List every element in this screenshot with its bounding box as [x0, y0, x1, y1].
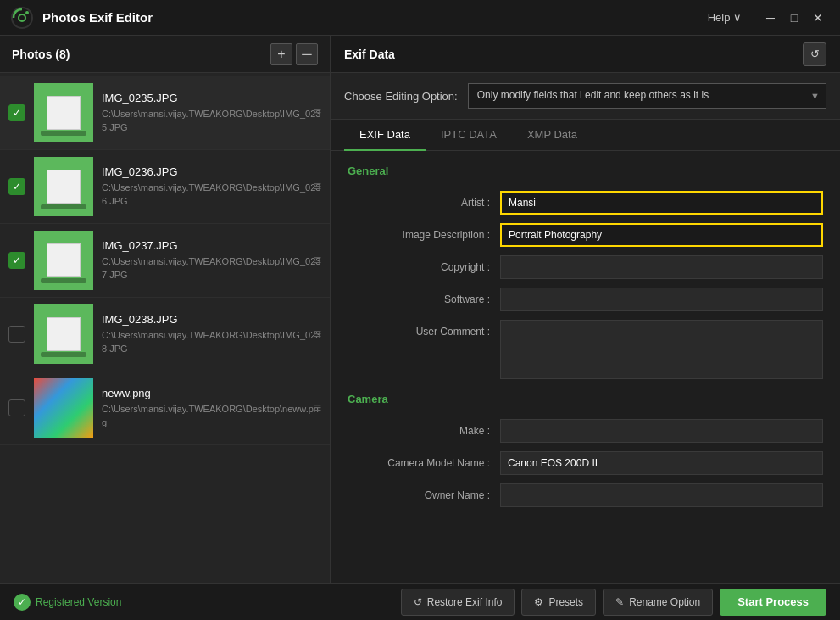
photo-thumbnail — [34, 83, 93, 142]
field-input[interactable] — [500, 320, 823, 379]
maximize-button[interactable]: □ — [782, 6, 806, 30]
field-row: Artist : — [348, 191, 823, 215]
exif-title: Exif Data — [344, 47, 803, 61]
photo-path: C:\Users\mansi.vijay.TWEAKORG\Desktop\IM… — [102, 329, 321, 355]
photo-menu-icon[interactable]: ≡ — [314, 253, 321, 268]
photo-thumbnail — [34, 157, 93, 216]
photos-header: Photos (8) + ─ — [0, 36, 330, 73]
field-row: User Comment : — [348, 320, 823, 379]
photo-thumbnail — [34, 231, 93, 290]
field-row: Software : — [348, 288, 823, 311]
photo-info: neww.png C:\Users\mansi.vijay.TWEAKORG\D… — [102, 387, 321, 429]
field-input[interactable] — [500, 191, 823, 215]
left-panel: Photos (8) + ─ ✓ IMG_0235.JPG C:\Users\m… — [0, 36, 331, 583]
tab-exif-data[interactable]: EXIF Data — [344, 120, 426, 151]
minimize-button[interactable]: ─ — [759, 6, 782, 30]
camera-field-input[interactable] — [500, 483, 823, 507]
start-process-button[interactable]: Start Process — [720, 589, 826, 616]
tabs-bar: EXIF DataIPTC DATAXMP Data — [331, 120, 840, 151]
registered-badge: ✓ Registered Version — [14, 594, 394, 611]
field-input[interactable] — [500, 288, 823, 311]
editing-option-select[interactable]: Only modify fields that i edit and keep … — [468, 83, 826, 109]
photo-checkbox[interactable] — [8, 399, 25, 416]
field-input[interactable] — [500, 255, 823, 279]
photos-list: ✓ IMG_0235.JPG C:\Users\mansi.vijay.TWEA… — [0, 73, 330, 583]
camera-field-row: Camera Model Name : — [348, 451, 823, 475]
photo-name: IMG_0237.JPG — [102, 239, 321, 252]
camera-field-row: Make : — [348, 419, 823, 443]
restore-exif-button[interactable]: ↺ Restore Exif Info — [401, 589, 515, 616]
rename-icon: ✎ — [615, 596, 624, 608]
photo-menu-icon[interactable]: ≡ — [314, 179, 321, 194]
start-process-label: Start Process — [737, 595, 809, 608]
camera-section-title: Camera — [348, 393, 823, 405]
right-panel: Exif Data ↺ Choose Editing Option: Only … — [331, 36, 840, 583]
presets-label: Presets — [548, 596, 583, 608]
close-button[interactable]: ✕ — [806, 6, 830, 30]
editing-option-label: Choose Editing Option: — [344, 90, 458, 103]
photo-name: IMG_0235.JPG — [102, 92, 321, 104]
camera-field-input[interactable] — [500, 419, 823, 443]
restore-icon: ↺ — [414, 596, 422, 608]
registered-text: Registered Version — [36, 596, 121, 608]
camera-field-row: Owner Name : — [348, 483, 823, 507]
field-label: Software : — [348, 288, 500, 305]
photos-title: Photos (8) — [12, 47, 267, 61]
photo-name: neww.png — [102, 387, 321, 399]
photo-list-item[interactable]: neww.png C:\Users\mansi.vijay.TWEAKORG\D… — [0, 371, 330, 445]
photo-menu-icon[interactable]: ≡ — [314, 327, 321, 342]
photo-list-item[interactable]: IMG_0238.JPG C:\Users\mansi.vijay.TWEAKO… — [0, 298, 330, 371]
tab-xmp-data[interactable]: XMP Data — [512, 120, 592, 151]
exif-header: Exif Data ↺ — [331, 36, 840, 73]
help-button[interactable]: Help ∨ — [708, 11, 742, 24]
rename-label: Rename Option — [629, 596, 700, 608]
photo-menu-icon[interactable]: ≡ — [314, 105, 321, 120]
photo-list-item[interactable]: ✓ IMG_0237.JPG C:\Users\mansi.vijay.TWEA… — [0, 224, 330, 298]
photo-checkbox[interactable] — [8, 326, 25, 343]
field-row: Copyright : — [348, 255, 823, 279]
photo-path: C:\Users\mansi.vijay.TWEAKORG\Desktop\IM… — [102, 255, 321, 282]
photo-path: C:\Users\mansi.vijay.TWEAKORG\Desktop\IM… — [102, 108, 321, 134]
photo-checkbox[interactable]: ✓ — [8, 252, 25, 269]
add-photo-button[interactable]: + — [270, 43, 292, 65]
photo-path: C:\Users\mansi.vijay.TWEAKORG\Desktop\ne… — [102, 403, 321, 429]
photo-menu-icon[interactable]: ≡ — [314, 400, 321, 416]
bottom-bar: ✓ Registered Version ↺ Restore Exif Info… — [0, 583, 840, 620]
field-row: Image Description : — [348, 223, 823, 247]
photo-thumbnail — [34, 304, 93, 364]
photo-checkbox[interactable]: ✓ — [8, 104, 25, 121]
remove-photo-button[interactable]: ─ — [296, 43, 318, 65]
general-section-title: General — [348, 165, 823, 177]
rename-option-button[interactable]: ✎ Rename Option — [603, 589, 713, 616]
presets-button[interactable]: ⚙ Presets — [521, 589, 596, 616]
app-logo-icon — [10, 6, 34, 30]
photo-list-item[interactable]: ✓ IMG_0235.JPG C:\Users\mansi.vijay.TWEA… — [0, 76, 330, 150]
restore-label: Restore Exif Info — [427, 596, 503, 608]
exif-content: General Artist :Image Description :Copyr… — [331, 151, 840, 583]
editing-option-row: Choose Editing Option: Only modify field… — [331, 73, 840, 120]
refresh-button[interactable]: ↺ — [803, 42, 826, 66]
camera-section: CameraMake :Camera Model Name :Owner Nam… — [348, 393, 823, 507]
field-label: Image Description : — [348, 223, 500, 241]
registered-icon: ✓ — [14, 594, 31, 611]
svg-point-3 — [19, 15, 25, 20]
camera-field-label: Make : — [348, 419, 500, 437]
photo-name: IMG_0236.JPG — [102, 165, 321, 178]
tab-iptc-data[interactable]: IPTC DATA — [426, 120, 512, 151]
photo-path: C:\Users\mansi.vijay.TWEAKORG\Desktop\IM… — [102, 182, 321, 208]
field-label: User Comment : — [348, 320, 500, 338]
photo-info: IMG_0237.JPG C:\Users\mansi.vijay.TWEAKO… — [102, 239, 321, 282]
app-title: Photos Exif Editor — [42, 10, 708, 25]
photo-name: IMG_0238.JPG — [102, 313, 321, 326]
field-label: Artist : — [348, 191, 500, 209]
photo-info: IMG_0236.JPG C:\Users\mansi.vijay.TWEAKO… — [102, 165, 321, 208]
photo-list-item[interactable]: ✓ IMG_0236.JPG C:\Users\mansi.vijay.TWEA… — [0, 150, 330, 224]
camera-field-input[interactable] — [500, 451, 823, 475]
photo-thumbnail — [34, 378, 93, 438]
photo-checkbox[interactable]: ✓ — [8, 178, 25, 195]
field-label: Copyright : — [348, 255, 500, 273]
field-input[interactable] — [500, 223, 823, 247]
camera-field-label: Owner Name : — [348, 483, 500, 501]
photo-info: IMG_0238.JPG C:\Users\mansi.vijay.TWEAKO… — [102, 313, 321, 355]
editing-option-select-wrapper: Only modify fields that i edit and keep … — [468, 83, 826, 109]
